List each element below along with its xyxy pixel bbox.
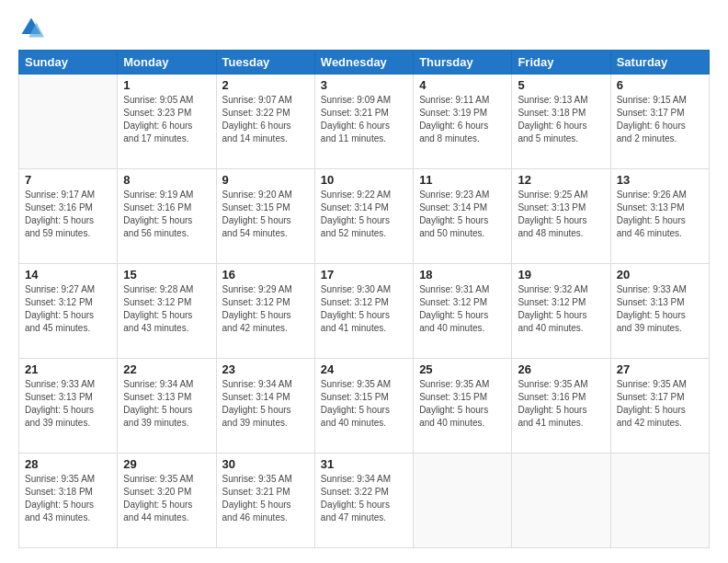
- calendar-cell: 21Sunrise: 9:33 AMSunset: 3:13 PMDayligh…: [19, 359, 118, 454]
- day-info: Sunrise: 9:34 AMSunset: 3:22 PMDaylight:…: [321, 473, 407, 524]
- day-info: Sunrise: 9:23 AMSunset: 3:14 PMDaylight:…: [419, 189, 506, 240]
- day-info: Sunrise: 9:20 AMSunset: 3:15 PMDaylight:…: [222, 189, 309, 240]
- day-info: Sunrise: 9:29 AMSunset: 3:12 PMDaylight:…: [222, 283, 309, 335]
- day-number: 29: [123, 457, 210, 471]
- day-number: 4: [419, 78, 506, 92]
- logo: [18, 15, 48, 40]
- day-info: Sunrise: 9:13 AMSunset: 3:18 PMDaylight:…: [518, 94, 604, 145]
- calendar-cell: 13Sunrise: 9:26 AMSunset: 3:13 PMDayligh…: [610, 169, 709, 264]
- day-number: 19: [518, 268, 604, 282]
- day-info: Sunrise: 9:33 AMSunset: 3:13 PMDaylight:…: [25, 378, 111, 430]
- header-friday: Friday: [512, 51, 610, 75]
- calendar-cell: 20Sunrise: 9:33 AMSunset: 3:13 PMDayligh…: [610, 264, 709, 359]
- day-number: 16: [222, 268, 309, 282]
- calendar-cell: 12Sunrise: 9:25 AMSunset: 3:13 PMDayligh…: [512, 169, 610, 264]
- day-info: Sunrise: 9:35 AMSunset: 3:15 PMDaylight:…: [419, 378, 506, 430]
- calendar-cell: 19Sunrise: 9:32 AMSunset: 3:12 PMDayligh…: [512, 264, 610, 359]
- day-number: 11: [419, 173, 506, 187]
- calendar-cell: 27Sunrise: 9:35 AMSunset: 3:17 PMDayligh…: [610, 359, 709, 454]
- day-info: Sunrise: 9:34 AMSunset: 3:13 PMDaylight:…: [123, 378, 210, 430]
- day-number: 15: [123, 268, 210, 282]
- day-number: 6: [617, 78, 703, 92]
- calendar-cell: 6Sunrise: 9:15 AMSunset: 3:17 PMDaylight…: [610, 75, 709, 169]
- day-number: 1: [123, 78, 210, 92]
- page: SundayMondayTuesdayWednesdayThursdayFrid…: [0, 0, 728, 563]
- day-number: 8: [123, 173, 210, 187]
- day-info: Sunrise: 9:32 AMSunset: 3:12 PMDaylight:…: [518, 283, 604, 335]
- day-number: 2: [222, 78, 309, 92]
- day-number: 7: [25, 173, 111, 187]
- calendar-cell: 25Sunrise: 9:35 AMSunset: 3:15 PMDayligh…: [414, 359, 512, 454]
- day-number: 31: [321, 457, 407, 471]
- calendar-week-2: 14Sunrise: 9:27 AMSunset: 3:12 PMDayligh…: [19, 264, 710, 359]
- day-info: Sunrise: 9:15 AMSunset: 3:17 PMDaylight:…: [617, 94, 703, 145]
- day-number: 26: [518, 362, 604, 376]
- calendar-cell: 22Sunrise: 9:34 AMSunset: 3:13 PMDayligh…: [118, 359, 216, 454]
- day-number: 25: [419, 362, 506, 376]
- calendar-cell: 10Sunrise: 9:22 AMSunset: 3:14 PMDayligh…: [314, 169, 413, 264]
- calendar-cell: 23Sunrise: 9:34 AMSunset: 3:14 PMDayligh…: [216, 359, 314, 454]
- day-info: Sunrise: 9:31 AMSunset: 3:12 PMDaylight:…: [419, 283, 506, 335]
- calendar-cell: 4Sunrise: 9:11 AMSunset: 3:19 PMDaylight…: [414, 75, 512, 169]
- day-info: Sunrise: 9:22 AMSunset: 3:14 PMDaylight:…: [321, 189, 407, 240]
- calendar-cell: [414, 454, 512, 548]
- calendar-cell: 9Sunrise: 9:20 AMSunset: 3:15 PMDaylight…: [216, 169, 314, 264]
- day-info: Sunrise: 9:35 AMSunset: 3:20 PMDaylight:…: [123, 473, 210, 524]
- calendar-cell: 30Sunrise: 9:35 AMSunset: 3:21 PMDayligh…: [216, 454, 314, 548]
- header-saturday: Saturday: [610, 51, 709, 75]
- day-number: 30: [222, 457, 309, 471]
- header-tuesday: Tuesday: [216, 51, 314, 75]
- calendar-cell: 17Sunrise: 9:30 AMSunset: 3:12 PMDayligh…: [314, 264, 413, 359]
- logo-icon: [18, 15, 44, 40]
- calendar-week-0: 1Sunrise: 9:05 AMSunset: 3:23 PMDaylight…: [19, 75, 710, 169]
- day-info: Sunrise: 9:28 AMSunset: 3:12 PMDaylight:…: [123, 283, 210, 335]
- day-info: Sunrise: 9:35 AMSunset: 3:15 PMDaylight:…: [321, 378, 407, 430]
- day-number: 12: [518, 173, 604, 187]
- day-info: Sunrise: 9:11 AMSunset: 3:19 PMDaylight:…: [419, 94, 506, 145]
- calendar-cell: 29Sunrise: 9:35 AMSunset: 3:20 PMDayligh…: [118, 454, 216, 548]
- day-number: 20: [617, 268, 703, 282]
- day-number: 10: [321, 173, 407, 187]
- calendar-cell: 11Sunrise: 9:23 AMSunset: 3:14 PMDayligh…: [414, 169, 512, 264]
- day-info: Sunrise: 9:07 AMSunset: 3:22 PMDaylight:…: [222, 94, 309, 145]
- calendar-cell: 16Sunrise: 9:29 AMSunset: 3:12 PMDayligh…: [216, 264, 314, 359]
- calendar-cell: 7Sunrise: 9:17 AMSunset: 3:16 PMDaylight…: [19, 169, 118, 264]
- header-wednesday: Wednesday: [314, 51, 413, 75]
- calendar-header-row: SundayMondayTuesdayWednesdayThursdayFrid…: [19, 51, 710, 75]
- day-info: Sunrise: 9:35 AMSunset: 3:18 PMDaylight:…: [25, 473, 111, 524]
- calendar-cell: [610, 454, 709, 548]
- day-info: Sunrise: 9:17 AMSunset: 3:16 PMDaylight:…: [25, 189, 111, 240]
- day-number: 28: [25, 457, 111, 471]
- day-info: Sunrise: 9:34 AMSunset: 3:14 PMDaylight:…: [222, 378, 309, 430]
- day-info: Sunrise: 9:27 AMSunset: 3:12 PMDaylight:…: [25, 283, 111, 335]
- calendar-cell: [512, 454, 610, 548]
- calendar-cell: [19, 75, 118, 169]
- calendar-cell: 26Sunrise: 9:35 AMSunset: 3:16 PMDayligh…: [512, 359, 610, 454]
- calendar-cell: 2Sunrise: 9:07 AMSunset: 3:22 PMDaylight…: [216, 75, 314, 169]
- calendar-cell: 3Sunrise: 9:09 AMSunset: 3:21 PMDaylight…: [314, 75, 413, 169]
- header-monday: Monday: [118, 51, 216, 75]
- header-thursday: Thursday: [414, 51, 512, 75]
- calendar-cell: 18Sunrise: 9:31 AMSunset: 3:12 PMDayligh…: [414, 264, 512, 359]
- day-info: Sunrise: 9:33 AMSunset: 3:13 PMDaylight:…: [617, 283, 703, 335]
- day-number: 23: [222, 362, 309, 376]
- calendar-cell: 1Sunrise: 9:05 AMSunset: 3:23 PMDaylight…: [118, 75, 216, 169]
- day-info: Sunrise: 9:05 AMSunset: 3:23 PMDaylight:…: [123, 94, 210, 145]
- day-info: Sunrise: 9:09 AMSunset: 3:21 PMDaylight:…: [321, 94, 407, 145]
- day-info: Sunrise: 9:35 AMSunset: 3:21 PMDaylight:…: [222, 473, 309, 524]
- day-number: 14: [25, 268, 111, 282]
- calendar: SundayMondayTuesdayWednesdayThursdayFrid…: [18, 50, 710, 548]
- day-number: 24: [321, 362, 407, 376]
- calendar-cell: 28Sunrise: 9:35 AMSunset: 3:18 PMDayligh…: [19, 454, 118, 548]
- day-info: Sunrise: 9:19 AMSunset: 3:16 PMDaylight:…: [123, 189, 210, 240]
- day-info: Sunrise: 9:35 AMSunset: 3:16 PMDaylight:…: [518, 378, 604, 430]
- header-sunday: Sunday: [19, 51, 118, 75]
- day-number: 22: [123, 362, 210, 376]
- day-number: 5: [518, 78, 604, 92]
- day-number: 17: [321, 268, 407, 282]
- calendar-cell: 24Sunrise: 9:35 AMSunset: 3:15 PMDayligh…: [314, 359, 413, 454]
- day-number: 13: [617, 173, 703, 187]
- day-number: 27: [617, 362, 703, 376]
- header: [18, 15, 710, 40]
- day-info: Sunrise: 9:35 AMSunset: 3:17 PMDaylight:…: [617, 378, 703, 430]
